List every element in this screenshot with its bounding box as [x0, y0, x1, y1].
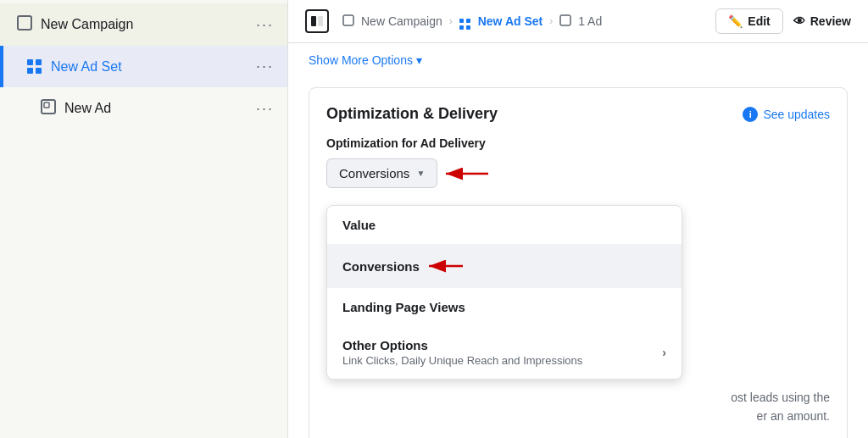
sidebar-ad-label: New Ad [64, 101, 111, 116]
svg-rect-5 [343, 15, 353, 25]
eye-icon: 👁 [793, 14, 805, 28]
sidebar-item-adset[interactable]: New Ad Set ··· [0, 46, 287, 87]
optimization-select[interactable]: Conversions ▼ [326, 158, 437, 188]
breadcrumb-adset-icon [459, 12, 471, 30]
content-area: Show More Options ▾ Optimization & Deliv… [288, 43, 868, 438]
dropdown-item-other[interactable]: Other Options Link Clicks, Daily Unique … [327, 326, 682, 379]
svg-rect-4 [318, 16, 323, 26]
breadcrumb-sep-2: › [549, 15, 553, 27]
sidebar-item-campaign[interactable]: New Campaign ··· [0, 3, 287, 46]
breadcrumb-ad-icon [559, 14, 571, 29]
breadcrumb: New Campaign › New Ad Set › 1 Ad [305, 9, 602, 33]
breadcrumb-adset[interactable]: New Ad Set [478, 14, 543, 28]
svg-rect-6 [560, 15, 570, 25]
campaign-dots[interactable]: ··· [256, 16, 274, 34]
red-arrow-1 [442, 161, 492, 186]
chevron-down-icon: ▼ [416, 169, 425, 178]
section-title: Optimization & Delivery [326, 105, 498, 123]
dropdown-other-label: Other Options [342, 338, 662, 352]
ad-icon [41, 99, 56, 118]
pencil-icon: ✏️ [728, 14, 743, 28]
breadcrumb-ad[interactable]: 1 Ad [578, 14, 602, 28]
svg-rect-2 [44, 103, 49, 108]
sidebar-adset-label: New Ad Set [51, 59, 122, 75]
adset-dots[interactable]: ··· [256, 58, 274, 75]
dropdown-value-label: Value [342, 218, 666, 232]
edit-button[interactable]: ✏️ Edit [715, 8, 782, 34]
section-header: Optimization & Delivery i See updates [326, 105, 830, 123]
topbar: New Campaign › New Ad Set › 1 Ad [288, 0, 868, 43]
svg-rect-0 [18, 16, 31, 30]
sidebar-campaign-label: New Campaign [41, 17, 133, 32]
dropdown-other-sub: Link Clicks, Daily Unique Reach and Impr… [342, 354, 662, 367]
show-more-options-link[interactable]: Show More Options ▾ [309, 43, 848, 77]
review-button[interactable]: 👁 Review [793, 14, 851, 28]
partial-text-line1: ost leads using the [326, 388, 830, 407]
partial-text-line2: er an amount. [326, 407, 830, 425]
topbar-actions: ✏️ Edit 👁 Review [715, 8, 851, 34]
campaign-icon [17, 15, 32, 34]
dropdown-item-landing[interactable]: Landing Page Views [327, 288, 682, 326]
see-updates-link[interactable]: i See updates [743, 107, 830, 122]
dropdown-item-value[interactable]: Value [327, 206, 682, 244]
red-arrow-2 [425, 256, 467, 276]
adset-icon [27, 59, 42, 75]
sidebar-item-ad[interactable]: New Ad ··· [0, 87, 287, 130]
sidebar: New Campaign ··· New Ad Set ··· [0, 0, 288, 438]
field-label: Optimization for Ad Delivery [326, 136, 830, 150]
dropdown-landing-label: Landing Page Views [342, 300, 666, 314]
breadcrumb-campaign[interactable]: New Campaign [361, 14, 442, 28]
toggle-sidebar-icon[interactable] [305, 9, 329, 33]
svg-rect-3 [311, 16, 316, 26]
ad-dots[interactable]: ··· [256, 100, 274, 118]
breadcrumb-campaign-icon [342, 14, 354, 29]
main-content: New Campaign › New Ad Set › 1 Ad [288, 0, 868, 438]
optimization-dropdown: Value Conversions [326, 205, 682, 380]
dropdown-item-conversions[interactable]: Conversions [327, 244, 682, 288]
optimization-section: Optimization & Delivery i See updates Op… [309, 87, 848, 438]
chevron-right-icon: › [662, 346, 666, 359]
breadcrumb-sep-1: › [449, 15, 453, 27]
select-value: Conversions [339, 166, 409, 180]
partial-description: ost leads using the er an amount. [326, 388, 830, 426]
info-icon: i [743, 107, 758, 122]
dropdown-conversions-label: Conversions [342, 259, 420, 274]
